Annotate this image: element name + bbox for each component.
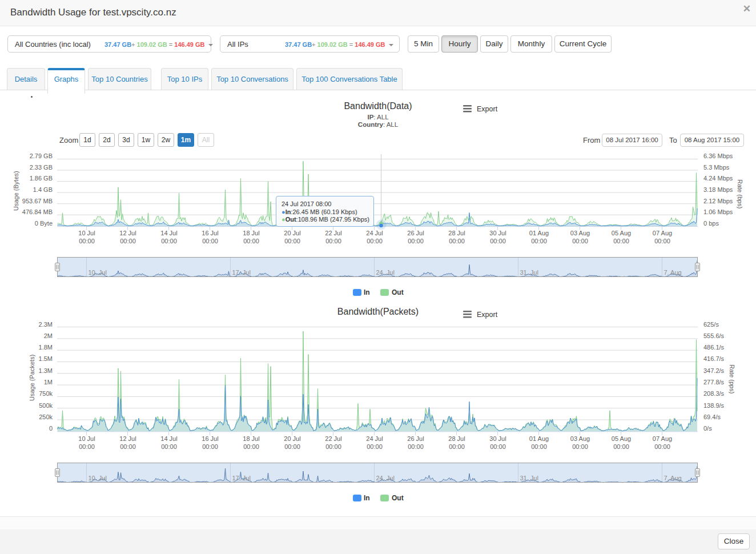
svg-text:24. Jul: 24. Jul	[376, 475, 395, 481]
svg-text:10. Jul: 10. Jul	[89, 475, 107, 481]
svg-text:7. Aug: 7. Aug	[664, 475, 682, 481]
svg-text:17. Jul: 17. Jul	[232, 475, 251, 481]
svg-text:31. Jul: 31. Jul	[520, 475, 538, 481]
